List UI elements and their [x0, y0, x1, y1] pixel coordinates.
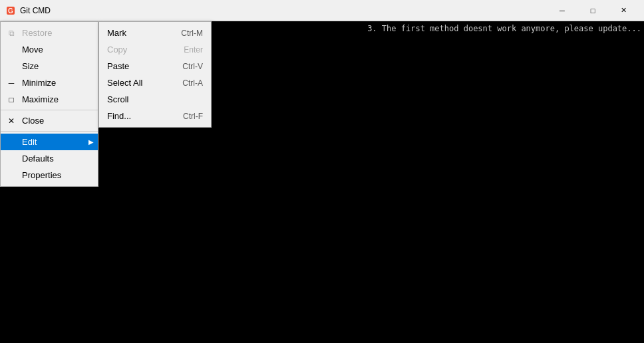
- terminal-preview-text: 3. The first method doesnt work anymore,…: [367, 24, 641, 33]
- maximize-button[interactable]: □: [577, 0, 608, 21]
- system-context-menu: ⧉ Restore Move Size ─ Minimize □ Maximiz…: [0, 21, 98, 187]
- menu-item-edit[interactable]: Edit ▶: [1, 134, 98, 150]
- menu-item-defaults[interactable]: Defaults: [1, 150, 98, 167]
- submenu-item-find[interactable]: Find... Ctrl-F: [99, 108, 211, 124]
- menu-item-close[interactable]: ✕ Close: [1, 112, 98, 129]
- submenu-item-mark[interactable]: Mark Ctrl-M: [99, 25, 211, 41]
- menu-item-properties[interactable]: Properties: [1, 167, 98, 183]
- window-title: Git CMD: [20, 6, 547, 15]
- titlebar: G Git CMD ─ □ ✕: [0, 0, 644, 21]
- app-icon: G: [5, 5, 16, 16]
- submenu-item-scroll[interactable]: Scroll: [99, 91, 211, 108]
- minimize-icon: ─: [6, 78, 17, 88]
- edit-submenu-arrow: ▶: [88, 138, 94, 146]
- window-controls: ─ □ ✕: [547, 0, 639, 21]
- menu-item-minimize[interactable]: ─ Minimize: [1, 74, 98, 91]
- svg-text:G: G: [8, 7, 13, 15]
- menu-item-size[interactable]: Size: [1, 58, 98, 74]
- submenu-item-paste[interactable]: Paste Ctrl-V: [99, 58, 211, 74]
- menu-separator-2: [1, 131, 98, 132]
- menu-item-restore[interactable]: ⧉ Restore: [1, 25, 98, 41]
- close-button[interactable]: ✕: [608, 0, 639, 21]
- restore-icon: ⧉: [6, 29, 17, 38]
- menu-item-move[interactable]: Move: [1, 41, 98, 58]
- menu-separator-1: [1, 110, 98, 110]
- minimize-button[interactable]: ─: [547, 0, 577, 21]
- edit-submenu: Mark Ctrl-M Copy Enter Paste Ctrl-V Sele…: [98, 21, 212, 128]
- maximize-icon: □: [6, 95, 17, 104]
- submenu-item-copy[interactable]: Copy Enter: [99, 41, 211, 58]
- menu-item-maximize[interactable]: □ Maximize: [1, 91, 98, 108]
- submenu-item-select-all[interactable]: Select All Ctrl-A: [99, 74, 211, 91]
- close-menu-icon: ✕: [6, 116, 17, 126]
